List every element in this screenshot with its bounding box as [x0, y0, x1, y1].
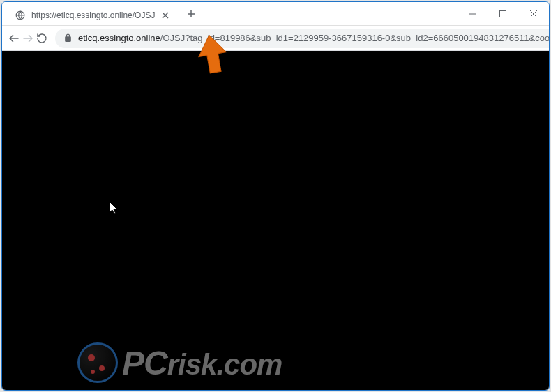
back-button[interactable]	[8, 29, 20, 48]
svg-rect-7	[500, 10, 506, 17]
forward-button[interactable]	[22, 29, 34, 48]
close-icon[interactable]	[160, 10, 170, 20]
watermark-logo-icon	[77, 342, 118, 383]
reload-button[interactable]	[36, 29, 48, 48]
browser-tab[interactable]: https://eticq.essingto.online/OJSJ	[6, 6, 177, 25]
url-text: eticq.essingto.online/OJSJ?tag_id=819986…	[78, 33, 550, 43]
close-window-button[interactable]	[518, 2, 549, 26]
cursor-icon	[110, 202, 119, 218]
tab-title: https://eticq.essingto.online/OJSJ	[31, 10, 155, 20]
address-bar[interactable]: eticq.essingto.online/OJSJ?tag_id=819986…	[55, 29, 550, 48]
globe-icon	[15, 10, 26, 21]
maximize-button[interactable]	[488, 2, 518, 26]
minimize-button[interactable]	[457, 2, 488, 26]
window-controls	[457, 2, 549, 26]
lock-icon	[63, 33, 73, 43]
title-bar: https://eticq.essingto.online/OJSJ	[2, 2, 549, 26]
arrow-pointer-icon	[190, 31, 236, 82]
watermark: PCrisk.com	[77, 342, 282, 383]
page-content: PCrisk.com	[2, 51, 549, 390]
toolbar: eticq.essingto.online/OJSJ?tag_id=819986…	[2, 26, 549, 51]
url-domain: eticq.essingto.online	[78, 33, 160, 43]
browser-window: https://eticq.essingto.online/OJSJ	[1, 1, 550, 391]
new-tab-button[interactable]	[183, 6, 199, 22]
watermark-text: PCrisk.com	[122, 344, 282, 382]
